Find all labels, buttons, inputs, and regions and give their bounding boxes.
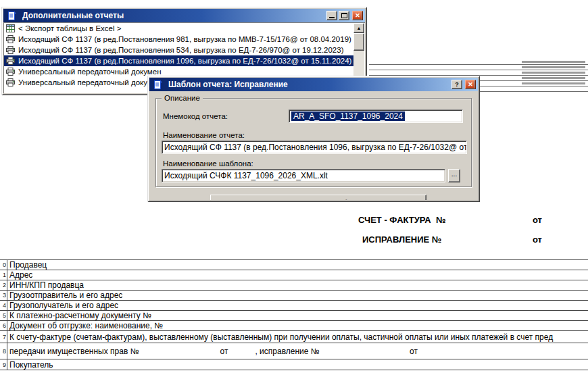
dialog-body: Описание Мнемокод отчета: AR_A_SFO_1137_…	[149, 91, 478, 200]
dialog-title: Шаблон отчета: Исправление	[168, 80, 449, 89]
dialog-controls: ? ✕	[451, 80, 476, 89]
sheet-row: 1 Адрес	[0, 270, 588, 280]
selected-text: AR_A_SFO_1137_1096_2024	[291, 111, 405, 121]
sheet-row: 6 Документ об отгрузке: наименование, №	[0, 320, 588, 330]
fine-print-text	[522, 72, 585, 74]
invoice-from-label: от	[533, 215, 542, 225]
description-groupbox: Описание Мнемокод отчета: AR_A_SFO_1137_…	[155, 98, 472, 187]
report-item-sf-534[interactable]: Исходящий СФ 1137 (в ред.Постановления 5…	[4, 45, 364, 55]
dialog-close-button[interactable]: ✕	[465, 80, 476, 89]
invoice-rows: 0 Продавец 1 Адрес 2 ИНН/КПП продавца 3 …	[0, 259, 588, 370]
list-item-label: Универсальный передаточный докумен	[18, 78, 161, 86]
row-number: 4	[0, 301, 7, 310]
scrollbar-thumb[interactable]	[353, 33, 364, 51]
row-number: 3	[0, 291, 7, 300]
minimize-icon	[329, 17, 335, 18]
dialog-titlebar[interactable]: Шаблон отчета: Исправление ? ✕	[149, 78, 478, 91]
window-controls: ✕	[326, 11, 363, 20]
printer-icon	[6, 35, 16, 44]
grid-line	[369, 64, 588, 65]
row-label: К платежно-расчетному документу №	[7, 311, 588, 320]
template-name-label: Наименование шаблона:	[163, 159, 253, 168]
document-icon	[153, 80, 163, 89]
printer-icon	[6, 68, 16, 76]
list-item-label: Универсальный передаточный докумен	[18, 68, 161, 76]
row-label: Продавец	[7, 260, 588, 270]
invoice-title: СЧЕТ - ФАКТУРА №	[358, 215, 445, 225]
fine-print-text	[522, 82, 585, 84]
close-button[interactable]: ✕	[352, 11, 363, 20]
mnemocode-label: Мнемокод отчета:	[163, 112, 228, 120]
dialog-report-template: Шаблон отчета: Исправление ? ✕ Описание …	[147, 76, 480, 202]
sheet-row: 8 передачи имущественных прав № от , исп…	[0, 343, 588, 359]
correction-title: ИСПРАВЛЕНИЕ №	[362, 234, 441, 245]
report-name-input[interactable]: Исходящий СФ 1137 (в ред.Постановления 1…	[162, 141, 467, 154]
template-name-input[interactable]: Исходящий СЧФК 1137_1096_2026_XML.xlt	[162, 169, 445, 182]
edit-template-button[interactable]: Редактировать шаблон	[210, 195, 426, 200]
fine-print-text	[522, 61, 585, 63]
row-label: Адрес	[7, 270, 588, 280]
report-name-label: Наименование отчета:	[163, 131, 245, 139]
document-icon	[7, 11, 17, 20]
row-number: 2	[0, 280, 7, 290]
printer-icon	[6, 46, 16, 55]
row-number: 1	[0, 270, 7, 280]
row-label: Покупатель	[7, 359, 588, 370]
report-item-sf-1096[interactable]: Исходящий СФ 1137 (в ред.Постановления 1…	[4, 55, 364, 66]
fine-print-text	[522, 77, 585, 79]
sheet-row: 5 К платежно-расчетному документу №	[0, 310, 588, 320]
row-label: Грузополучатель и его адрес	[7, 301, 588, 310]
row-number: 7	[0, 331, 7, 343]
row-label: передачи имущественных прав № от , испра…	[7, 343, 588, 359]
list-item-label: < Экспорт таблицы в Excel >	[18, 24, 121, 32]
mnemocode-input[interactable]: AR_A_SFO_1137_1096_2024	[289, 109, 463, 123]
groupbox-label: Описание	[162, 94, 203, 102]
row-number: 5	[0, 311, 7, 320]
sheet-row: 2 ИНН/КПП продавца	[0, 280, 588, 290]
list-item-label: Исходящий СФ 1137 (в ред.Постановления 1…	[18, 57, 351, 65]
screen: СЧЕТ - ФАКТУРА № от ИСПРАВЛЕНИЕ № от 0 П…	[0, 0, 588, 375]
sheet-row: 3 Грузоотправитель и его адрес	[0, 290, 588, 300]
help-button[interactable]: ?	[451, 80, 462, 89]
row-label: ИНН/КПП продавца	[7, 280, 588, 290]
reports-titlebar[interactable]: Дополнительные отчеты ✕	[3, 9, 365, 22]
maximize-button[interactable]	[339, 11, 349, 20]
row-label: Грузоотправитель и его адрес	[7, 291, 588, 300]
minimize-button[interactable]	[326, 11, 337, 20]
list-item-label: Исходящий СФ 1137 (в ред.Постановления 9…	[18, 35, 351, 43]
browse-button[interactable]: ...	[448, 169, 460, 182]
window-title: Дополнительные отчеты	[22, 11, 324, 20]
grid-line	[369, 70, 588, 70]
sheet-row: 7 К счету-фактуре (счетам-фактурам), выс…	[0, 330, 588, 343]
report-item-export-excel[interactable]: < Экспорт таблицы в Excel >	[4, 23, 364, 34]
report-item-sf-981[interactable]: Исходящий СФ 1137 (в ред.Постановления 9…	[4, 34, 364, 45]
row-number: 9	[0, 359, 7, 370]
row-number: 8	[0, 343, 7, 359]
table-icon	[6, 24, 16, 33]
correction-from-label: от	[533, 234, 542, 245]
printer-icon	[6, 78, 16, 87]
sheet-row: 0 Продавец	[0, 259, 588, 270]
scroll-up-button[interactable]: ▲	[353, 23, 364, 33]
maximize-icon	[341, 13, 347, 18]
row-number: 6	[0, 321, 7, 330]
printer-icon	[6, 57, 16, 66]
row-label: К счету-фактуре (счетам-фактурам), выста…	[7, 331, 588, 343]
sheet-row: 4 Грузополучатель и его адрес	[0, 300, 588, 310]
list-item-label: Исходящий СФ 1137 (в ред.Постановления 5…	[18, 46, 343, 54]
row-number: 0	[0, 260, 7, 270]
fine-print-text	[522, 66, 585, 68]
sheet-row: 9 Покупатель	[0, 359, 588, 370]
row-label: Документ об отгрузке: наименование, №	[7, 321, 588, 330]
